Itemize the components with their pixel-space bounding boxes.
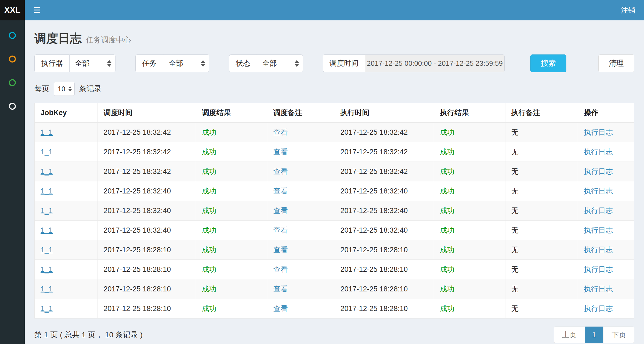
trigger-result-badge: 成功 [202,167,216,175]
trigger-time-cell: 2017-12-25 18:28:10 [97,279,196,299]
circle-icon [9,103,16,110]
executor-filter: 执行器 全部 [34,54,115,72]
handle-result-badge: 成功 [440,148,454,156]
trigger-remark-link[interactable]: 查看 [273,246,288,254]
status-select[interactable]: 全部 [257,54,303,72]
job-select[interactable]: 全部 [163,54,209,72]
hamburger-icon[interactable]: ☰ [33,6,41,14]
trigger-remark-link[interactable]: 查看 [273,207,288,215]
clear-button[interactable]: 清理 [598,54,634,72]
jobkey-link[interactable]: 1_1 [41,148,53,156]
trigger-time-filter: 调度时间 [323,54,505,72]
jobkey-link[interactable]: 1_1 [41,167,53,175]
trigger-remark-link[interactable]: 查看 [273,167,288,175]
sidebar-item-1[interactable] [0,24,25,47]
trigger-time-cell: 2017-12-25 18:32:40 [97,221,196,240]
search-button[interactable]: 搜索 [530,54,566,72]
page-size-prefix: 每页 [34,84,49,94]
handle-remark-cell: 无 [505,162,578,181]
log-table: JobKey 调度时间 调度结果 调度备注 执行时间 执行结果 执行备注 操作 … [34,103,634,319]
executor-select[interactable]: 全部 [69,54,115,72]
trigger-result-badge: 成功 [202,265,216,273]
jobkey-link[interactable]: 1_1 [41,226,53,234]
page-subtitle: 任务调度中心 [86,35,131,45]
handle-time-cell: 2017-12-25 18:32:40 [334,181,434,201]
status-label: 状态 [229,54,257,72]
handle-remark-cell: 无 [505,240,578,260]
top-navbar: ☰ 注销 [25,0,644,20]
exec-log-link[interactable]: 执行日志 [584,246,613,254]
log-table-body: 1_1 2017-12-25 18:32:42 成功 查看 2017-12-25… [35,123,634,319]
handle-time-cell: 2017-12-25 18:32:42 [334,162,434,181]
handle-time-cell: 2017-12-25 18:28:10 [334,299,434,319]
page-size-value: 10 [58,85,65,93]
header-jobkey: JobKey [35,103,97,123]
status-filter: 状态 全部 [229,54,303,72]
handle-result-badge: 成功 [440,128,454,136]
trigger-remark-link[interactable]: 查看 [273,148,288,156]
exec-log-link[interactable]: 执行日志 [584,265,613,273]
prev-page-button[interactable]: 上页 [554,327,585,343]
table-row: 1_1 2017-12-25 18:32:40 成功 查看 2017-12-25… [35,221,634,240]
exec-log-link[interactable]: 执行日志 [584,226,613,234]
trigger-remark-link[interactable]: 查看 [273,285,288,293]
exec-log-link[interactable]: 执行日志 [584,305,613,313]
exec-log-link[interactable]: 执行日志 [584,148,613,156]
exec-log-link[interactable]: 执行日志 [584,167,613,175]
header-trigger-time: 调度时间 [97,103,196,123]
trigger-time-cell: 2017-12-25 18:28:10 [97,299,196,319]
trigger-result-badge: 成功 [202,226,216,234]
next-page-button[interactable]: 下页 [603,327,634,343]
jobkey-link[interactable]: 1_1 [41,246,53,254]
handle-result-badge: 成功 [440,226,454,234]
job-filter: 任务 全部 [135,54,209,72]
trigger-time-cell: 2017-12-25 18:32:42 [97,142,196,162]
trigger-result-badge: 成功 [202,246,216,254]
jobkey-link[interactable]: 1_1 [41,265,53,273]
handle-result-badge: 成功 [440,207,454,215]
current-page-button[interactable]: 1 [585,327,603,343]
trigger-remark-link[interactable]: 查看 [273,226,288,234]
handle-remark-cell: 无 [505,201,578,221]
exec-log-link[interactable]: 执行日志 [584,285,613,293]
header-trigger-remark: 调度备注 [267,103,334,123]
table-row: 1_1 2017-12-25 18:28:10 成功 查看 2017-12-25… [35,279,634,299]
page-size-select[interactable]: 10 [54,82,75,96]
handle-result-badge: 成功 [440,265,454,273]
logout-link[interactable]: 注销 [621,5,635,15]
handle-time-cell: 2017-12-25 18:32:42 [334,123,434,142]
exec-log-link[interactable]: 执行日志 [584,128,613,136]
trigger-time-cell: 2017-12-25 18:32:42 [97,123,196,142]
jobkey-link[interactable]: 1_1 [41,305,53,313]
jobkey-link[interactable]: 1_1 [41,207,53,215]
table-row: 1_1 2017-12-25 18:32:40 成功 查看 2017-12-25… [35,181,634,201]
trigger-result-badge: 成功 [202,285,216,293]
trigger-remark-link[interactable]: 查看 [273,265,288,273]
jobkey-link[interactable]: 1_1 [41,285,53,293]
trigger-time-cell: 2017-12-25 18:32:42 [97,162,196,181]
trigger-remark-link[interactable]: 查看 [273,305,288,313]
filter-bar: 执行器 全部 任务 全部 状态 全部 调度时间 搜索 清理 [25,54,644,72]
select-stepper-icon [201,60,205,67]
sidebar-item-4[interactable] [0,94,25,118]
trigger-time-cell: 2017-12-25 18:32:40 [97,181,196,201]
exec-log-link[interactable]: 执行日志 [584,207,613,215]
trigger-remark-link[interactable]: 查看 [273,128,288,136]
app-logo[interactable]: XXL [0,0,25,20]
table-row: 1_1 2017-12-25 18:28:10 成功 查看 2017-12-25… [35,260,634,279]
trigger-remark-link[interactable]: 查看 [273,187,288,195]
trigger-result-badge: 成功 [202,207,216,215]
jobkey-link[interactable]: 1_1 [41,187,53,195]
sidebar-item-2[interactable] [0,47,25,71]
exec-log-link[interactable]: 执行日志 [584,187,613,195]
header-handle-time: 执行时间 [334,103,434,123]
sidebar-item-3[interactable] [0,71,25,94]
trigger-time-input[interactable] [365,54,505,72]
status-select-value: 全部 [262,58,277,68]
trigger-time-cell: 2017-12-25 18:32:40 [97,201,196,221]
jobkey-link[interactable]: 1_1 [41,128,53,136]
page-title: 调度日志 [34,31,82,46]
table-row: 1_1 2017-12-25 18:32:42 成功 查看 2017-12-25… [35,123,634,142]
main-content: 调度日志 任务调度中心 执行器 全部 任务 全部 状态 全部 调度 [25,0,644,344]
executor-label: 执行器 [34,54,69,72]
